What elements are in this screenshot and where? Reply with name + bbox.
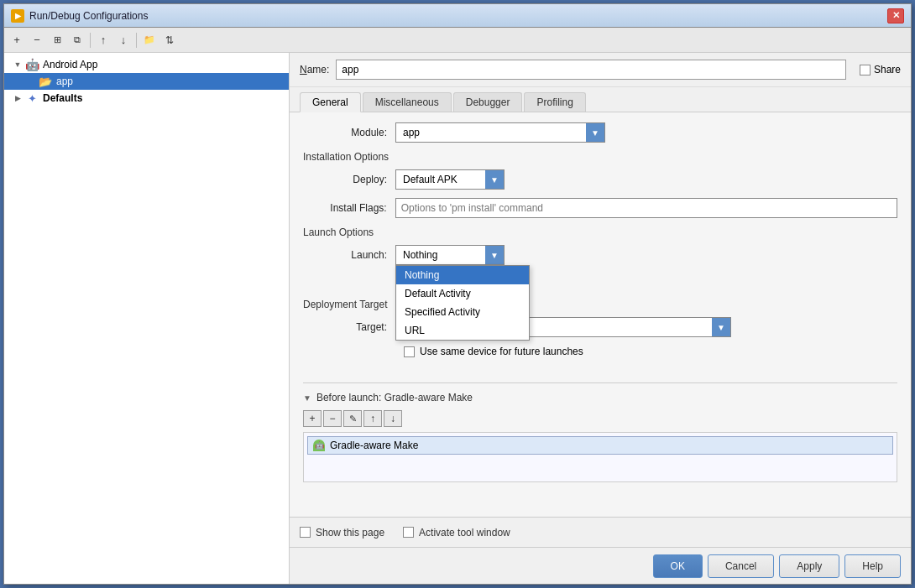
before-launch-section: ▼ Before launch: Gradle-aware Make + − ✎…	[303, 382, 897, 482]
same-device-row: Use same device for future launches	[404, 346, 897, 357]
app-folder-icon: 📂	[38, 75, 53, 88]
before-launch-toolbar: + − ✎ ↑ ↓	[303, 410, 897, 427]
bottom-bar: Show this page Activate tool window	[290, 517, 911, 547]
launch-option-specified-activity[interactable]: Specified Activity	[396, 303, 529, 321]
launch-option-default-activity[interactable]: Default Activity	[396, 284, 529, 303]
gradle-android-icon: 🤖	[313, 440, 325, 451]
tree-android-app[interactable]: ▼ 🤖 Android App	[4, 56, 289, 73]
launch-option-url[interactable]: URL	[396, 321, 529, 340]
share-label: Share	[874, 64, 901, 75]
app-label: app	[56, 75, 73, 87]
deploy-row: Deploy: Default APK ▼	[303, 169, 897, 190]
toolbar: + − ⊞ ⧉ ↑ ↓ 📁 ⇅	[4, 28, 911, 53]
deploy-label: Deploy:	[303, 174, 395, 185]
tabs-bar: General Miscellaneous Debugger Profiling	[290, 87, 911, 112]
module-dropdown[interactable]: app ▼	[395, 122, 605, 143]
defaults-icon: ✦	[24, 91, 39, 105]
defaults-label: Defaults	[43, 92, 82, 104]
share-area: Share	[860, 64, 901, 75]
tab-miscellaneous[interactable]: Miscellaneous	[363, 92, 452, 112]
tab-debugger[interactable]: Debugger	[453, 92, 523, 112]
activate-tool-label: Activate tool window	[419, 527, 510, 539]
sort-button[interactable]: ⇅	[160, 31, 179, 49]
sep2	[136, 33, 137, 48]
tree-app-item[interactable]: 📂 app	[4, 73, 289, 90]
gradle-aware-make-item[interactable]: 🤖 Gradle-aware Make	[307, 436, 893, 455]
new-folder-button[interactable]: 📁	[140, 31, 159, 49]
activate-tool-checkbox[interactable]	[403, 527, 414, 538]
same-device-label: Use same device for future launches	[420, 346, 583, 357]
window-title: Run/Debug Configurations	[29, 10, 887, 22]
install-flags-input[interactable]	[395, 198, 897, 218]
before-launch-collapse-arrow[interactable]: ▼	[303, 393, 311, 403]
android-app-label: Android App	[43, 59, 97, 70]
gradle-label: Gradle-aware Make	[330, 440, 418, 451]
deploy-dropdown-arrow: ▼	[485, 170, 504, 189]
tree-expand-arrow: ▼	[11, 58, 24, 71]
before-launch-remove-btn[interactable]: −	[323, 410, 342, 427]
before-launch-up-btn[interactable]: ↑	[363, 410, 382, 427]
launch-dropdown-arrow: ▼	[485, 246, 504, 264]
show-page-label: Show this page	[316, 527, 384, 539]
copy-config-button[interactable]: ⊞	[48, 31, 66, 49]
remove-config-button[interactable]: −	[28, 31, 46, 49]
show-page-checkbox[interactable]	[300, 527, 311, 538]
launch-value: Nothing	[396, 249, 485, 261]
same-device-checkbox[interactable]	[404, 346, 415, 357]
sep1	[90, 33, 91, 48]
before-launch-down-btn[interactable]: ↓	[384, 410, 402, 427]
move-down-button[interactable]: ↓	[114, 31, 133, 49]
app-no-arrow	[24, 75, 38, 88]
save-config-button[interactable]: ⧉	[68, 31, 86, 49]
tree-defaults[interactable]: ▶ ✦ Defaults	[4, 90, 289, 107]
tab-content-general: Module: app ▼ Installation Options Deplo…	[290, 112, 911, 517]
target-row: Target: ent Target Dialog ▼	[303, 317, 897, 337]
installation-options-label: Installation Options	[303, 151, 897, 163]
cancel-button[interactable]: Cancel	[708, 554, 774, 578]
button-bar: OK Cancel Apply Help	[290, 547, 911, 584]
title-bar: ▶ Run/Debug Configurations ✕	[4, 4, 911, 28]
install-flags-row: Install Flags:	[303, 198, 897, 218]
launch-label: Launch:	[303, 249, 395, 261]
target-dropdown-arrow: ▼	[712, 318, 730, 336]
add-config-button[interactable]: +	[8, 31, 26, 49]
launch-dropdown-container: Nothing ▼ Nothing Default Activity Speci…	[395, 245, 505, 265]
before-launch-list: 🤖 Gradle-aware Make	[303, 432, 897, 482]
ok-button[interactable]: OK	[653, 554, 703, 578]
share-checkbox[interactable]	[860, 65, 871, 75]
deployment-target-label: Deployment Target	[303, 299, 897, 310]
close-button[interactable]: ✕	[887, 8, 904, 23]
before-launch-add-btn[interactable]: +	[303, 410, 322, 427]
window-icon: ▶	[11, 9, 24, 23]
name-input[interactable]	[336, 60, 846, 80]
before-launch-label: Before launch: Gradle-aware Make	[316, 392, 473, 403]
right-panel: Name: Share General Miscellaneous Debugg…	[290, 53, 911, 584]
main-window: ▶ Run/Debug Configurations ✕ + − ⊞ ⧉ ↑ ↓…	[3, 3, 912, 585]
tab-general[interactable]: General	[300, 92, 361, 112]
before-launch-edit-btn[interactable]: ✎	[343, 410, 362, 427]
tab-profiling[interactable]: Profiling	[524, 92, 585, 112]
before-launch-header: ▼ Before launch: Gradle-aware Make	[303, 392, 897, 403]
apply-button[interactable]: Apply	[779, 554, 839, 578]
defaults-arrow: ▶	[11, 91, 24, 105]
module-row: Module: app ▼	[303, 122, 897, 143]
deploy-value: Default APK	[396, 174, 485, 185]
config-tree: ▼ 🤖 Android App 📂 app ▶ ✦ Defaults	[4, 53, 290, 584]
deploy-dropdown[interactable]: Default APK ▼	[395, 169, 505, 190]
move-up-button[interactable]: ↑	[94, 31, 112, 49]
name-label: Name:	[300, 64, 329, 75]
launch-options-label: Launch Options	[303, 226, 897, 238]
target-label: Target:	[303, 321, 395, 333]
launch-option-nothing[interactable]: Nothing	[396, 266, 529, 284]
module-label: Module:	[303, 127, 395, 138]
launch-dropdown-menu: Nothing Default Activity Specified Activ…	[395, 265, 530, 341]
android-app-icon: 🤖	[24, 58, 39, 71]
launch-row: Launch: Nothing ▼ Nothing Default Activi…	[303, 245, 897, 265]
launch-dropdown-btn[interactable]: Nothing ▼	[395, 245, 505, 265]
content-area: ▼ 🤖 Android App 📂 app ▶ ✦ Defaults Name:	[4, 53, 911, 584]
module-dropdown-arrow: ▼	[586, 123, 604, 142]
name-bar: Name: Share	[290, 53, 911, 87]
module-value: app	[396, 127, 586, 138]
install-flags-label: Install Flags:	[303, 202, 395, 214]
help-button[interactable]: Help	[844, 554, 901, 578]
